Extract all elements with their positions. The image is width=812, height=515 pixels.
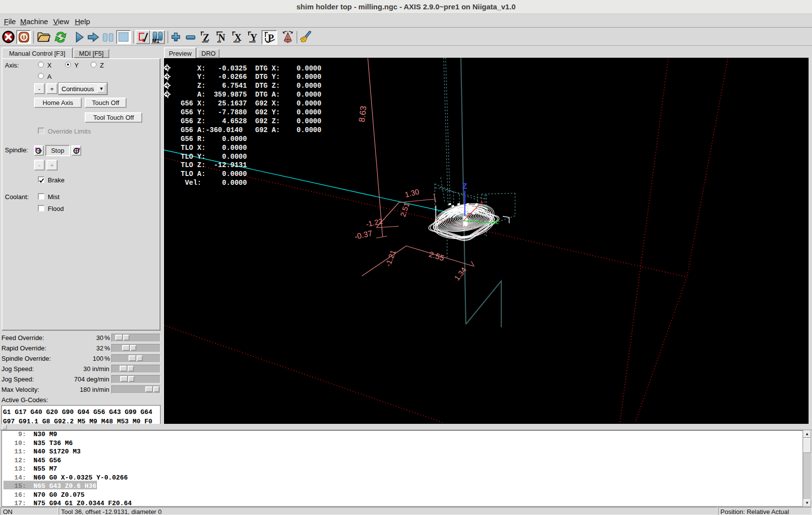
- svg-text:16:: 16:: [6, 491, 26, 499]
- svg-text:-1.22: -1.22: [365, 217, 383, 229]
- svg-text:-0.37: -0.37: [354, 229, 373, 240]
- svg-text:11:: 11:: [6, 448, 26, 455]
- svg-text:Y: -0.0266 DTG Y: 0.0000: Y: -0.0266 DTG Y: 0.0000: [181, 73, 322, 81]
- svg-text:G56 R: 0.0000: G56 R: 0.0000: [181, 135, 247, 143]
- svg-text:TLO Z: -12.9131: TLO Z: -12.9131: [181, 161, 247, 169]
- svg-text:N40 S1720 M3: N40 S1720 M3: [33, 448, 81, 455]
- svg-text:Vel: 0.0000: Vel: 0.0000: [181, 179, 247, 187]
- svg-text:N: N: [218, 32, 226, 43]
- svg-text:12:: 12:: [6, 457, 26, 464]
- svg-text:TLO Y: 0.0000: TLO Y: 0.0000: [181, 153, 247, 161]
- svg-text:1.30: 1.30: [404, 187, 420, 199]
- svg-text:1.34: 1.34: [453, 266, 468, 282]
- svg-text:Z: Z: [462, 182, 467, 191]
- svg-text:Z: Z: [203, 32, 209, 43]
- svg-text:14:: 14:: [6, 474, 26, 481]
- svg-text:8.63: 8.63: [357, 105, 368, 123]
- svg-text:N60 G0 X-0.0325 Y-0.0266: N60 G0 X-0.0325 Y-0.0266: [33, 474, 128, 481]
- svg-text:N65 G43 Z0.6 H36: N65 G43 Z0.6 H36: [33, 482, 97, 490]
- svg-text:N55 M7: N55 M7: [33, 465, 57, 473]
- svg-text:Y: Y: [250, 32, 258, 43]
- svg-text:TLO A: 0.0000: TLO A: 0.0000: [181, 170, 247, 178]
- svg-text:P: P: [268, 33, 274, 43]
- svg-text:-1.21: -1.21: [384, 249, 397, 268]
- svg-text:X: -0.0325 DTG X: 0.0000: X: -0.0325 DTG X: 0.0000: [181, 65, 322, 72]
- svg-text:15:: 15:: [6, 482, 26, 490]
- svg-text:G56 Z: 4.6528 G92 Z: 0.: G56 Z: 4.6528 G92 Z: 0.0000: [181, 117, 322, 125]
- svg-text:N30 M9: N30 M9: [33, 431, 57, 438]
- svg-text:Z: 6.7541 DTG Z: 0.0000: Z: 6.7541 DTG Z: 0.0000: [181, 82, 322, 90]
- svg-text:TLO X: 0.0000: TLO X: 0.0000: [181, 144, 247, 152]
- svg-text:N45 G56: N45 G56: [33, 457, 61, 464]
- svg-text:9:: 9:: [6, 431, 26, 438]
- svg-text:2.55: 2.55: [428, 250, 445, 262]
- svg-text:N75 G94 G1 Z0.0344 F20.64: N75 G94 G1 Z0.0344 F20.64: [33, 500, 132, 506]
- svg-text:13:: 13:: [6, 465, 26, 473]
- svg-text:N70 G0 Z0.075: N70 G0 Z0.075: [33, 491, 85, 499]
- svg-text:G56 A:-360.0140 G92 A: 0.: G56 A:-360.0140 G92 A: 0.0000: [181, 126, 322, 134]
- svg-text:G56 X: 25.1637 G92 X: 0.: G56 X: 25.1637 G92 X: 0.0000: [181, 100, 322, 107]
- svg-text:17:: 17:: [6, 500, 26, 506]
- svg-text:X: X: [234, 32, 242, 43]
- svg-text:10:: 10:: [6, 440, 26, 447]
- svg-text:2.51: 2.51: [398, 202, 411, 218]
- svg-text:G56 Y: -7.7880 G92 Y: 0.: G56 Y: -7.7880 G92 Y: 0.0000: [181, 108, 322, 116]
- svg-text:M1: M1: [152, 38, 160, 44]
- svg-text:N35 T36 M6: N35 T36 M6: [33, 440, 73, 447]
- svg-text:A: 359.9875 DTG A: 0.0000: A: 359.9875 DTG A: 0.0000: [181, 91, 322, 99]
